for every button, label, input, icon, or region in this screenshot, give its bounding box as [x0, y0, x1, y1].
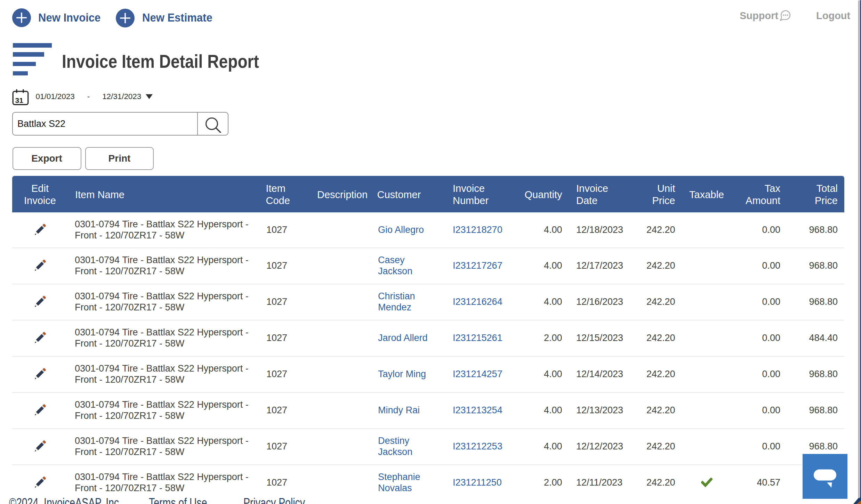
- svg-text:31: 31: [15, 96, 24, 104]
